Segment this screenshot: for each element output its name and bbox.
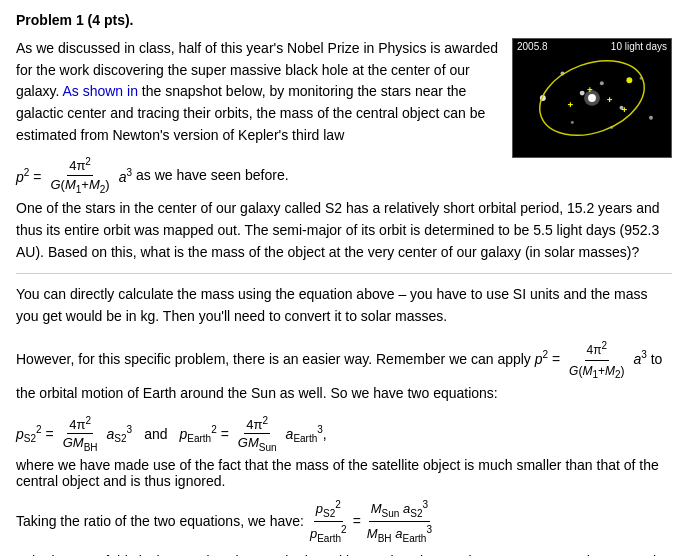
svg-point-7 (571, 121, 574, 124)
svg-point-12 (626, 77, 632, 83)
direct-calc-paragraph: You can directly calculate the mass usin… (16, 284, 672, 327)
divider (16, 273, 672, 274)
easier-way-paragraph: However, for this specific problem, ther… (16, 338, 672, 405)
ratio-paragraph: Taking the ratio of the two equations, w… (16, 497, 672, 556)
main-equation: p2 = 4π2 G(M1+M2) a3 as we have seen bef… (16, 156, 500, 194)
page-container: Problem 1 (4 pts). 2005.8 10 light days (16, 12, 672, 556)
svg-text:+: + (622, 104, 628, 115)
svg-point-3 (600, 81, 604, 85)
two-equations: pS22 = 4π2 GMBH aS23 and pEarth2 = 4π2 G… (16, 415, 672, 489)
s2-paragraph: One of the stars in the center of our ga… (16, 198, 672, 263)
svg-text:+: + (587, 84, 593, 95)
galaxy-image: 2005.8 10 light days (512, 38, 672, 158)
svg-point-6 (649, 116, 653, 120)
problem-title: Problem 1 (4 pts). (16, 12, 672, 28)
orbit-svg: + + + + (513, 39, 671, 157)
svg-point-2 (580, 91, 585, 96)
svg-text:+: + (567, 99, 573, 110)
svg-text:+: + (607, 94, 613, 105)
intro-block: 2005.8 10 light days (16, 38, 672, 198)
